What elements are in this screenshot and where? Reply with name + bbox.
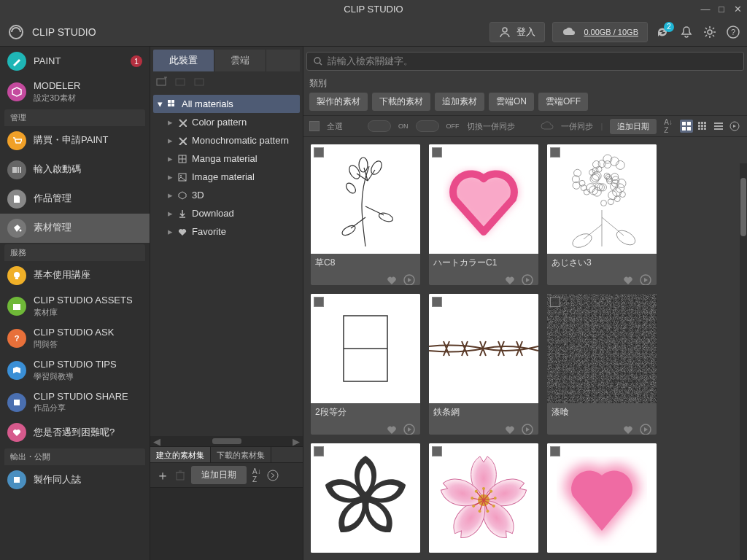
card-checkbox[interactable] [314, 297, 324, 307]
section-manage: 管理 [4, 109, 145, 126]
material-card-5[interactable]: 漆喰 [547, 294, 657, 435]
tree-item-1[interactable]: ▸Monochromatic pattern [153, 131, 300, 149]
grid-icon [167, 99, 177, 109]
favorite-icon[interactable] [622, 423, 635, 435]
filter-pill-1[interactable]: 下載的素材 [372, 93, 430, 111]
topbar: CLIP STUDIO 登入 0.00GB / 10GB 2 ? [0, 18, 747, 47]
tree-hscroll[interactable]: ◀▶ [150, 436, 303, 446]
search-icon [313, 56, 323, 66]
sidebar-buy[interactable]: 購買・申請PAINT [0, 126, 150, 155]
favorite-icon[interactable] [503, 423, 516, 435]
sidebar-help[interactable]: 您是否遇到困難呢? [0, 418, 150, 447]
tree-item-label: Download [192, 208, 234, 219]
material-card-4[interactable]: 鉄条網 [429, 294, 538, 435]
detail-icon[interactable] [403, 423, 416, 435]
view-detail-icon[interactable] [728, 120, 741, 133]
tree-item-2[interactable]: ▸Manga material [153, 149, 300, 168]
sidebar-doujin[interactable]: 製作同人誌 [0, 465, 150, 494]
card-checkbox[interactable] [432, 297, 442, 307]
select-all-checkbox[interactable] [309, 121, 320, 131]
sort-az-icon[interactable]: A↓Z [252, 467, 261, 483]
svg-text:?: ? [731, 28, 735, 36]
material-card-2[interactable]: あじさい3 [547, 144, 657, 285]
modeler-sub: 設定3D素材 [34, 93, 80, 104]
on-toggle[interactable] [368, 120, 391, 132]
folder-icon-2[interactable] [175, 77, 187, 87]
favorite-icon[interactable] [503, 273, 516, 285]
sort-button[interactable]: 追加日期 [610, 119, 657, 134]
filter-pill-3[interactable]: 雲端ON [489, 93, 534, 111]
favorite-icon[interactable] [385, 273, 398, 285]
detail-icon[interactable] [521, 423, 534, 435]
bell-icon[interactable] [680, 26, 693, 39]
tree-item-4[interactable]: ▸3D [153, 186, 300, 204]
tab-cloud[interactable]: 雲端 [214, 50, 266, 71]
sidebar-basic[interactable]: 基本使用講座 [0, 261, 150, 290]
new-folder-icon[interactable] [156, 77, 168, 87]
card-checkbox[interactable] [314, 446, 324, 456]
material-card-6[interactable] [311, 443, 420, 553]
sidebar-modeler[interactable]: MODELER 設定3D素材 [0, 76, 150, 108]
sidebar-tips[interactable]: CLIP STUDIO TIPS學習與教導 [0, 354, 150, 386]
window-minimize[interactable]: — [700, 4, 711, 15]
view-small-grid-icon[interactable] [696, 120, 709, 133]
sidebar-code[interactable]: 輸入啟動碼 [0, 155, 150, 184]
filter-pill-4[interactable]: 雲端OFF [538, 93, 588, 111]
bottom-sort-button[interactable]: 追加日期 [191, 466, 247, 484]
material-thumbnail [547, 144, 657, 254]
material-card-0[interactable]: 草C8 [311, 144, 420, 285]
sidebar-share[interactable]: CLIP STUDIO SHARE作品分享 [0, 386, 150, 419]
card-checkbox[interactable] [550, 147, 560, 158]
detail-icon[interactable] [639, 273, 652, 285]
card-checkbox[interactable] [432, 147, 442, 158]
tree-item-6[interactable]: ▸Favorite [153, 222, 300, 241]
sidebar-paint[interactable]: PAINT 1 [0, 47, 150, 76]
login-button[interactable]: 登入 [489, 22, 545, 42]
bucket-icon [7, 219, 26, 238]
next-icon[interactable] [267, 470, 279, 481]
cloud-sync-icon[interactable] [541, 121, 554, 131]
material-card-7[interactable] [429, 443, 538, 553]
card-checkbox[interactable] [432, 446, 442, 456]
sync-icon[interactable]: 2 [655, 25, 670, 39]
card-checkbox[interactable] [314, 147, 324, 158]
storage-box[interactable]: 0.00GB / 10GB [552, 22, 648, 42]
card-checkbox[interactable] [550, 297, 560, 307]
search-input[interactable]: 請輸入檢索關鍵字。 [306, 52, 744, 71]
tree-item-0[interactable]: ▸Color pattern [153, 113, 300, 131]
window-close[interactable]: ✕ [732, 4, 743, 15]
sort-direction-icon[interactable]: A↓Z [664, 118, 673, 134]
material-card-8[interactable] [547, 443, 657, 553]
trash-icon[interactable] [175, 470, 185, 481]
sidebar-materials[interactable]: 素材管理 [0, 214, 150, 243]
material-name: 漆喰 [547, 403, 657, 421]
view-large-grid-icon[interactable] [680, 120, 693, 133]
folder-icon-3[interactable] [194, 77, 206, 87]
tree-root[interactable]: ▾ All materials [153, 95, 300, 113]
view-list-icon[interactable] [712, 120, 725, 133]
favorite-icon[interactable] [385, 423, 398, 435]
filter-pill-2[interactable]: 追加素材 [435, 93, 484, 111]
sidebar-works[interactable]: 作品管理 [0, 184, 150, 214]
vertical-scrollbar[interactable] [740, 163, 747, 560]
card-checkbox[interactable] [550, 446, 560, 456]
gear-icon[interactable] [703, 26, 716, 39]
filter-pill-0[interactable]: 製作的素材 [309, 93, 368, 111]
tree-item-3[interactable]: ▸Image material [153, 168, 300, 186]
help-icon[interactable]: ? [727, 26, 740, 39]
tree-item-5[interactable]: ▸Download [153, 204, 300, 222]
material-card-1[interactable]: ハートカラーC1 [429, 144, 538, 285]
bottom-tab-downloaded[interactable]: 下載的素材集 [211, 447, 271, 462]
tab-device[interactable]: 此裝置 [153, 50, 214, 71]
material-card-3[interactable]: 2段等分 [311, 294, 420, 435]
off-toggle[interactable] [416, 120, 439, 132]
sidebar-ask[interactable]: ? CLIP STUDIO ASK問與答 [0, 322, 150, 354]
add-icon[interactable]: ＋ [156, 467, 169, 484]
detail-icon[interactable] [639, 423, 652, 435]
favorite-icon[interactable] [622, 273, 635, 285]
window-maximize[interactable]: □ [716, 4, 727, 15]
sidebar-assets[interactable]: CLIP STUDIO ASSETS素材庫 [0, 290, 150, 322]
detail-icon[interactable] [403, 273, 416, 285]
detail-icon[interactable] [521, 273, 534, 285]
bottom-tab-created[interactable]: 建立的素材集 [150, 447, 211, 462]
